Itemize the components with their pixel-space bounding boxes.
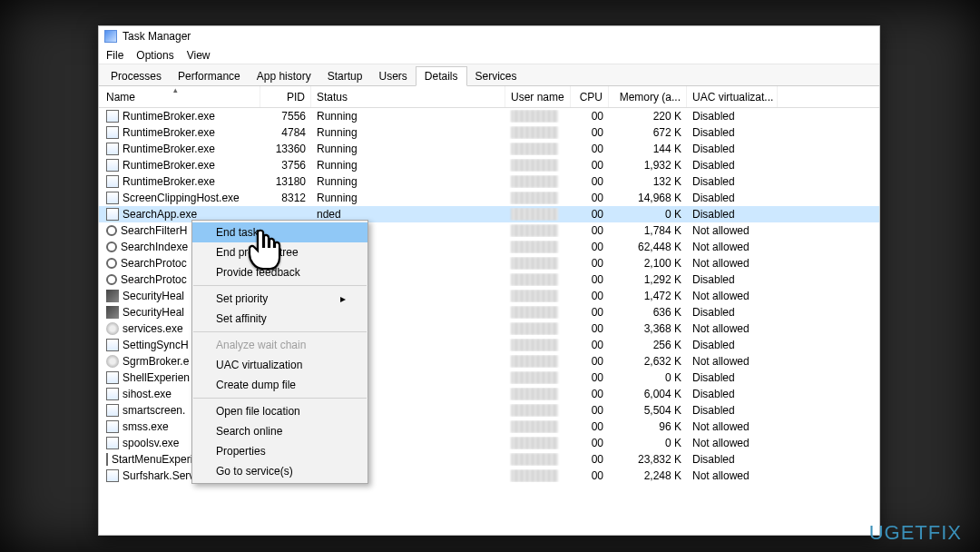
process-icon (106, 322, 119, 335)
cell-uac: Not allowed (687, 322, 778, 335)
table-row[interactable]: RuntimeBroker.exe7556Running00220 KDisab… (99, 108, 879, 124)
cell-memory: 0 K (609, 437, 687, 449)
cell-cpu: 00 (571, 404, 609, 417)
ctx-go-to-services[interactable]: Go to service(s) (192, 461, 368, 481)
process-icon (106, 159, 119, 172)
table-row[interactable]: RuntimeBroker.exe13360Running00144 KDisa… (99, 141, 879, 157)
cell-memory: 1,292 K (609, 273, 687, 286)
cell-cpu: 00 (571, 322, 609, 335)
process-icon (106, 306, 119, 319)
tab-users[interactable]: Users (370, 67, 415, 85)
cell-memory: 62,448 K (609, 241, 687, 253)
cell-user (505, 208, 571, 221)
cell-status: Running (311, 159, 505, 172)
column-headers: Name▴ PID Status User name CPU Memory (a… (99, 86, 879, 108)
cell-cpu: 00 (571, 273, 609, 286)
cell-cpu: 00 (571, 355, 609, 368)
process-icon (106, 453, 108, 466)
menubar: File Options View (99, 46, 879, 64)
cell-user (505, 453, 571, 466)
cell-cpu: 00 (571, 388, 609, 400)
cell-memory: 96 K (609, 420, 687, 433)
process-name: SecurityHeal (122, 306, 184, 319)
cell-status: nded (311, 208, 505, 221)
cell-user (505, 257, 571, 270)
header-pid[interactable]: PID (260, 86, 311, 107)
header-name[interactable]: Name▴ (101, 86, 260, 107)
tab-services[interactable]: Services (467, 67, 525, 85)
cell-cpu: 00 (571, 371, 609, 384)
ctx-set-priority[interactable]: Set priority▸ (192, 289, 368, 309)
ctx-uac-virtualization[interactable]: UAC virtualization (192, 355, 368, 375)
process-name: SettingSyncH (122, 339, 189, 351)
cell-memory: 672 K (609, 126, 687, 139)
process-icon (106, 420, 119, 433)
tab-details[interactable]: Details (416, 66, 467, 86)
tab-processes[interactable]: Processes (103, 67, 170, 85)
process-name: SgrmBroker.e (122, 355, 189, 368)
cell-memory: 256 K (609, 339, 687, 351)
cell-uac: Disabled (687, 273, 778, 286)
process-icon (106, 192, 119, 204)
cell-memory: 2,248 K (609, 469, 687, 482)
menu-file[interactable]: File (106, 49, 123, 62)
ctx-create-dump[interactable]: Create dump file (192, 375, 368, 395)
ctx-end-process-tree[interactable]: End process tree (192, 242, 368, 262)
table-row[interactable]: ScreenClippingHost.exe8312Running0014,96… (99, 190, 879, 206)
cell-user (505, 306, 571, 319)
ctx-properties[interactable]: Properties (192, 441, 368, 461)
ctx-provide-feedback[interactable]: Provide feedback (192, 262, 368, 282)
cell-memory: 3,368 K (609, 322, 687, 335)
table-row[interactable]: RuntimeBroker.exe13180Running00132 KDisa… (99, 173, 879, 190)
cell-memory: 144 K (609, 143, 687, 155)
table-row[interactable]: RuntimeBroker.exe4784Running00672 KDisab… (99, 124, 879, 141)
process-name: ScreenClippingHost.exe (122, 192, 240, 204)
cell-uac: Not allowed (687, 469, 778, 482)
header-memory[interactable]: Memory (a... (609, 86, 687, 107)
cell-memory: 1,784 K (609, 224, 687, 237)
cell-cpu: 00 (571, 110, 609, 123)
window-title: Task Manager (122, 30, 191, 43)
table-row[interactable]: RuntimeBroker.exe3756Running001,932 KDis… (99, 157, 879, 173)
header-uac[interactable]: UAC virtualizat... (687, 86, 778, 107)
ctx-open-file-location[interactable]: Open file location (192, 401, 368, 421)
cell-status: Running (311, 126, 505, 139)
process-name: SearchFilterH (121, 224, 187, 237)
process-icon (106, 437, 119, 449)
cell-uac: Disabled (687, 306, 778, 319)
cell-memory: 220 K (609, 110, 687, 123)
cell-user (505, 388, 571, 400)
ctx-search-online[interactable]: Search online (192, 421, 368, 441)
cell-user (505, 371, 571, 384)
cell-pid: 8312 (260, 192, 311, 204)
cell-user (505, 469, 571, 482)
tab-performance[interactable]: Performance (170, 67, 249, 85)
menu-view[interactable]: View (187, 49, 211, 62)
cell-memory: 0 K (609, 371, 687, 384)
cell-user (505, 420, 571, 433)
titlebar[interactable]: Task Manager (99, 26, 879, 46)
cell-user (505, 437, 571, 449)
cell-user (505, 143, 571, 155)
cell-uac: Not allowed (687, 355, 778, 368)
ctx-end-task[interactable]: End task (192, 222, 368, 242)
ctx-set-affinity[interactable]: Set affinity (192, 309, 368, 329)
header-status[interactable]: Status (311, 86, 505, 107)
cell-pid: 13180 (260, 175, 311, 188)
header-cpu[interactable]: CPU (571, 86, 609, 107)
cell-uac: Disabled (687, 371, 778, 384)
process-icon (106, 469, 119, 482)
process-name: sihost.exe (122, 388, 172, 400)
header-user[interactable]: User name (505, 86, 571, 107)
cell-cpu: 00 (571, 306, 609, 319)
cell-cpu: 00 (571, 453, 609, 466)
cell-memory: 0 K (609, 208, 687, 221)
cell-uac: Disabled (687, 388, 778, 400)
process-icon (106, 208, 119, 221)
menu-options[interactable]: Options (136, 49, 173, 62)
tab-app-history[interactable]: App history (249, 67, 319, 85)
cell-cpu: 00 (571, 208, 609, 221)
process-icon (106, 242, 117, 252)
process-icon (106, 126, 119, 139)
tab-startup[interactable]: Startup (319, 67, 371, 85)
